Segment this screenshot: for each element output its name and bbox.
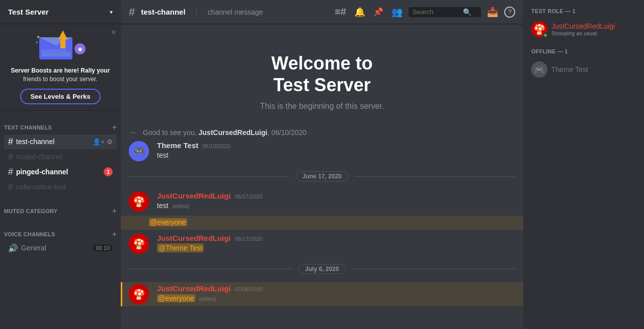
message-header: Theme Test 06/10/2020 (157, 141, 515, 150)
see-levels-perks-button[interactable]: See Levels & Perks (20, 89, 101, 104)
message-timestamp: 06/17/2020 (235, 236, 263, 242)
system-author: JustCursedRedLuigi (199, 128, 268, 137)
divider-line (352, 269, 515, 269)
members-icon[interactable]: 👥 (391, 7, 403, 18)
settings-icon[interactable]: ⚙ (107, 138, 113, 146)
server-chevron-icon: ▾ (110, 9, 113, 16)
member-name-theme-test: Theme Test (551, 65, 636, 74)
help-icon[interactable]: ? (504, 7, 515, 18)
threads-icon[interactable]: ≡# (335, 6, 346, 18)
message-timestamp: 06/10/2020 (202, 143, 230, 149)
muted-category[interactable]: MUTED CATEGORY + (0, 199, 121, 218)
arrow-icon: → (129, 128, 137, 137)
everyone-mention: @everyone (149, 218, 187, 226)
message-group-theme-mention: 🍄 JustCursedRedLuigi 06/17/2020 @Theme T… (121, 232, 523, 256)
search-icon: 🔍 (463, 8, 471, 16)
channel-actions: 👤+ ⚙ (93, 138, 113, 146)
luigi-avatar-2: 🍄 (129, 234, 149, 254)
hash-icon: # (8, 152, 13, 162)
online-indicator (543, 33, 548, 38)
bell-icon[interactable]: 🔔 (354, 7, 365, 18)
voice-channel-name: General (21, 244, 93, 252)
pin-icon[interactable]: 📌 (373, 7, 383, 17)
message-group: 🎮 Theme Test 06/10/2020 test (121, 139, 523, 163)
everyone-mention-july: @everyone (157, 294, 195, 302)
boost-banner-line2: friends to boost your server. (23, 76, 98, 83)
channel-item-nsfw-notice-test[interactable]: # nsfw-notice-test (4, 180, 117, 194)
luigi-avatar-3: 🍄 (129, 284, 149, 304)
close-icon[interactable]: ✕ (111, 28, 117, 36)
message-content: @everyone (149, 218, 515, 228)
avatar: 🍄 (129, 284, 149, 304)
add-muted-channel-icon[interactable]: + (112, 207, 117, 216)
chat-messages: Welcome to Test Server This is the begin… (121, 24, 523, 329)
date-divider-july: July 6, 2020 (129, 264, 515, 274)
channel-item-test-channel[interactable]: # test-channel 👤+ ⚙ (4, 135, 117, 149)
message-text: @Theme Test (157, 243, 515, 253)
edited-label: (edited) (199, 296, 216, 302)
message-author[interactable]: JustCursedRedLuigi (157, 234, 231, 242)
role-category: TEST ROLE — 1 (527, 8, 640, 14)
server-name: Test Server (8, 8, 49, 16)
offline-section: OFFLINE — 1 🎮 Theme Test (527, 48, 640, 81)
message-author[interactable]: JustCursedRedLuigi (157, 191, 231, 200)
search-input[interactable] (413, 8, 463, 16)
avatar: 🍄 (129, 234, 149, 254)
chat-topbar: # test-channel | channel message ≡# 🔔 📌 … (121, 0, 523, 24)
message-timestamp: 06/17/2020 (235, 193, 263, 200)
member-item-luigi[interactable]: 🍄 JustCursedRedLuigi Snooping as usual (527, 18, 640, 40)
message-text: @everyone (edited) (157, 294, 515, 304)
welcome-line2: Test Server (273, 75, 370, 95)
speaker-icon: 🔊 (8, 243, 18, 253)
message-content: JustCursedRedLuigi 06/17/2020 @Theme Tes… (157, 234, 515, 253)
member-info: JustCursedRedLuigi Snooping as usual (551, 22, 636, 36)
avatar: 🎮 (129, 141, 149, 161)
topbar-icons: ≡# 🔔 📌 👥 (335, 6, 403, 18)
welcome-subtitle: This is the beginning of this server. (131, 102, 513, 111)
hash-icon: # (8, 182, 13, 192)
add-voice-channel-icon[interactable]: + (112, 230, 117, 239)
channel-name: nsfw-notice-test (16, 183, 113, 191)
channel-item-muted-channel[interactable]: # muted-channel (4, 150, 117, 164)
server-header[interactable]: Test Server ▾ (0, 0, 121, 24)
voice-channels-category[interactable]: VOICE CHANNELS + (0, 222, 121, 241)
message-content: Theme Test 06/10/2020 test (157, 141, 515, 161)
message-author[interactable]: JustCursedRedLuigi (157, 284, 231, 293)
divider-line (129, 269, 292, 269)
hash-icon: # (8, 137, 13, 147)
luigi-avatar: 🍄 (129, 191, 149, 212)
message-author[interactable]: Theme Test (157, 141, 198, 150)
topbar-channel-desc: channel message (208, 8, 263, 16)
boost-banner-line1: Server Boosts are here! Rally your (11, 67, 110, 74)
avatar: 🍄 (129, 191, 149, 212)
message-content: JustCursedRedLuigi 06/17/2020 test (edit… (157, 191, 515, 211)
theme-test-avatar: 🎮 (129, 141, 149, 161)
inbox-icon[interactable]: 📥 (487, 7, 498, 18)
member-item-theme-test[interactable]: 🎮 Theme Test (527, 58, 640, 81)
topbar-channel-name: test-channel (141, 8, 185, 16)
chat-main: # test-channel | channel message ≡# 🔔 📌 … (121, 0, 523, 329)
welcome-title: Welcome to Test Server (131, 52, 513, 96)
unread-badge: 1 (104, 167, 113, 176)
channel-name: test-channel (16, 138, 93, 146)
mention-message-everyone: @everyone (121, 216, 523, 230)
system-message: → Good to see you, JustCursedRedLuigi, 0… (121, 126, 523, 139)
member-status: Snooping as usual (551, 30, 636, 36)
voice-channel-general[interactable]: 🔊 General 00 10 (4, 241, 117, 255)
divider-line (129, 176, 290, 177)
topbar-divider: | (196, 8, 198, 17)
member-avatar-offline: 🎮 (531, 61, 547, 78)
add-text-channel-icon[interactable]: + (112, 123, 117, 132)
member-info-offline: Theme Test (551, 65, 636, 74)
boost-banner: ✕ ◆ ✦ ✦ Server Boosts are here! Rally yo… (0, 24, 121, 111)
welcome-section: Welcome to Test Server This is the begin… (121, 32, 523, 126)
channel-item-pinged-channel[interactable]: # pinged-channel 1 (4, 165, 117, 179)
add-member-icon[interactable]: 👤+ (93, 138, 105, 146)
mention-message-everyone-july: 🍄 JustCursedRedLuigi 07/06/2020 @everyon… (121, 282, 523, 306)
divider-line (354, 176, 515, 177)
text-channels-category[interactable]: TEXT CHANNELS + (0, 115, 121, 134)
offline-category: OFFLINE — 1 (527, 48, 640, 54)
text-channels-label: TEXT CHANNELS (4, 124, 52, 130)
channel-sidebar: Test Server ▾ ✕ ◆ ✦ ✦ Server Boo (0, 0, 121, 329)
edited-label: (edited) (172, 204, 189, 209)
